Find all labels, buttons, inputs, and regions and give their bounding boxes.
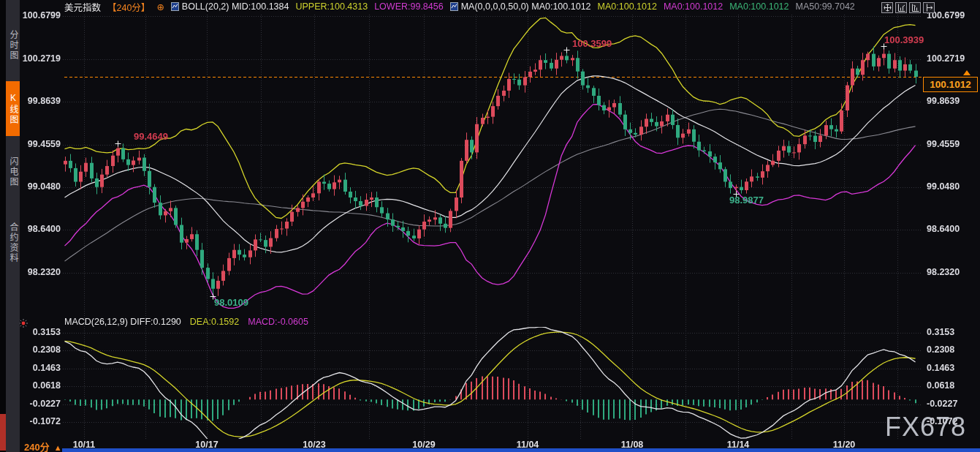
header-segment-9: MA0:100.1012 xyxy=(729,1,789,12)
macd-y-axis-label-left: 0.0618 xyxy=(20,380,61,391)
header-segment-text: 【240分】 xyxy=(107,0,150,14)
header-segment-10: MA50:99.7042 xyxy=(796,1,855,12)
x-axis-date-label: 10/17 xyxy=(195,440,218,450)
macd-y-axis-label-left: -0.0227 xyxy=(20,399,61,409)
x-axis-date-label: 11/20 xyxy=(833,440,856,450)
axis-scale-right-icon[interactable] xyxy=(909,2,921,13)
x-axis-date-label: 11/14 xyxy=(727,440,750,450)
main-y-axis-label-left: 100.6799 xyxy=(20,10,61,20)
main-y-axis-label-right: 98.2320 xyxy=(927,267,968,277)
main-y-axis-label-left: 98.2320 xyxy=(20,267,61,277)
price-annotation: 98.9877 xyxy=(729,195,764,206)
sidebar-item-kline-chart[interactable]: K线图 xyxy=(6,81,20,136)
header-segment-text: MA0:100.1012 xyxy=(664,1,723,12)
macd-y-axis-label-right: 0.3153 xyxy=(927,327,968,337)
sidebar-item-lightning-chart[interactable]: 闪电图 xyxy=(6,146,20,198)
x-axis-date-label: 11/04 xyxy=(517,440,539,450)
header-segment-text: 美元指数 xyxy=(64,0,101,14)
timeframe-selector[interactable]: 240分▲ xyxy=(24,440,62,452)
main-y-axis-label-left: 99.4559 xyxy=(20,139,61,149)
x-axis-date-label: 11/08 xyxy=(621,440,644,450)
header-segment-8: MA0:100.1012 xyxy=(664,1,723,12)
chart-canvas[interactable] xyxy=(0,0,980,452)
x-axis-date-label: 10/29 xyxy=(412,440,435,450)
macd-y-axis-label-left: 0.2308 xyxy=(20,344,61,355)
move-icon[interactable] xyxy=(881,2,893,13)
add-indicator-icon: ⊕ xyxy=(156,1,164,12)
header-segment-text: LOWER:99.8456 xyxy=(374,1,444,12)
main-y-axis-label-left: 100.2719 xyxy=(20,53,61,64)
indicator-header: 美元指数【240分】⊕BOLL(20,2) MID:100.1384UPPER:… xyxy=(64,1,855,12)
sidebar-red-marker xyxy=(0,414,6,451)
header-segment-4: UPPER:100.4313 xyxy=(295,1,368,12)
macd-y-axis-label-right: 0.2308 xyxy=(927,344,968,355)
macd-y-axis-label-left: -0.1072 xyxy=(20,416,61,426)
price-up-arrow-icon xyxy=(963,70,970,75)
price-annotation: 99.4649 xyxy=(134,131,168,142)
header-segment-text: MA0:100.1012 xyxy=(598,1,657,12)
header-segment-text: MA0:100.1012 xyxy=(729,1,789,12)
sidebar: 分时图 K线图 闪电图 合约资料 xyxy=(0,0,20,452)
macd-y-axis-label-right: 0.1463 xyxy=(927,363,968,373)
macd-y-axis-label-right: 0.0618 xyxy=(927,380,968,391)
header-segment-5: LOWER:99.8456 xyxy=(374,1,444,12)
header-segment-text: MA50:99.7042 xyxy=(796,1,855,12)
macd-y-axis-label-right: -0.0227 xyxy=(927,399,968,409)
header-segment-3: BOLL(20,2) MID:100.1384 xyxy=(171,1,289,12)
timeframe-up-arrow-icon: ▲ xyxy=(54,443,62,452)
macd-y-axis-label-left: 0.3153 xyxy=(20,327,61,337)
sidebar-edge xyxy=(0,0,6,452)
ma-indicator-icon xyxy=(450,2,458,11)
header-segment-1: 【240分】 xyxy=(107,0,150,14)
boll-indicator-icon xyxy=(171,2,179,11)
macd-header-segment-2: MACD:-0.0605 xyxy=(248,317,308,327)
header-segment-0: 美元指数 xyxy=(64,0,101,14)
header-segment-7: MA0:100.1012 xyxy=(598,1,657,12)
sidebar-item-time-chart[interactable]: 分时图 xyxy=(6,19,20,72)
main-y-axis-label-left: 98.6400 xyxy=(20,224,61,234)
price-annotation: 100.3599 xyxy=(572,38,612,49)
main-y-axis-label-right: 98.6400 xyxy=(927,224,968,234)
price-annotation: 100.3939 xyxy=(884,34,924,45)
macd-header-segment-0: MACD(26,12,9) DIFF:0.1290 xyxy=(64,317,181,327)
macd-y-axis-label-left: 0.1463 xyxy=(20,363,61,373)
header-segment-text: MA(0,0,0,0,50,0) MA0:100.1012 xyxy=(461,1,591,12)
main-y-axis-label-right: 100.2719 xyxy=(927,53,968,64)
main-y-axis-label-right: 99.0480 xyxy=(927,181,968,192)
main-y-axis-label-left: 99.0480 xyxy=(20,181,61,192)
macd-header: MACD(26,12,9) DIFF:0.1290DEA:0.1592MACD:… xyxy=(64,317,308,327)
header-segment-text: ⊕ xyxy=(156,1,164,12)
sidebar-item-contract-info[interactable]: 合约资料 xyxy=(6,208,20,278)
chart-toolbar xyxy=(881,2,935,13)
main-y-axis-label-right: 99.4559 xyxy=(927,139,968,149)
header-segment-text: BOLL(20,2) MID:100.1384 xyxy=(182,1,289,12)
price-annotation: 98.0109 xyxy=(214,297,248,308)
main-y-axis-label-right: 99.8639 xyxy=(927,96,968,106)
current-price-tag: 100.1012 xyxy=(923,77,978,92)
macd-header-segment-1: DEA:0.1592 xyxy=(190,317,239,327)
header-segment-text: UPPER:100.4313 xyxy=(295,1,368,12)
main-y-axis-label-left: 99.8639 xyxy=(20,96,61,106)
chart-window: 分时图 K线图 闪电图 合约资料 美元指数【240分】⊕BOLL(20,2) M… xyxy=(0,0,980,452)
axis-scale-left-icon[interactable] xyxy=(895,2,907,13)
exit-icon[interactable] xyxy=(923,2,935,13)
x-axis-date-label: 10/11 xyxy=(73,440,96,450)
x-axis-date-label: 10/23 xyxy=(303,440,325,450)
watermark: FX678 xyxy=(885,412,966,442)
header-segment-6: MA(0,0,0,0,50,0) MA0:100.1012 xyxy=(450,1,591,12)
